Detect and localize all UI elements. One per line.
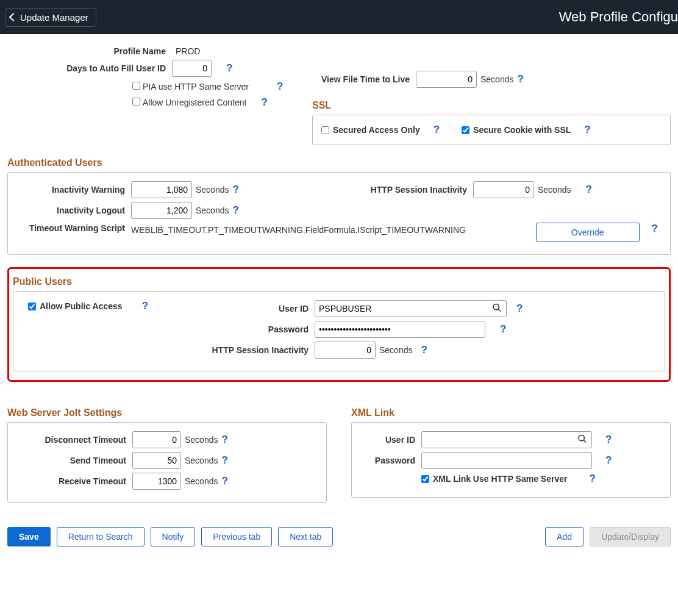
xml-password-input[interactable] (421, 452, 592, 469)
return-search-button[interactable]: Return to Search (57, 527, 145, 546)
public-userid-label: User ID (199, 304, 315, 313)
back-label: Update Manager (20, 12, 88, 23)
svg-point-0 (493, 304, 499, 310)
seconds-unit: Seconds (192, 206, 229, 215)
timeout-script-label: Timeout Warning Script (16, 223, 131, 234)
xml-userid-label: User ID (360, 435, 421, 445)
xml-title: XML Link (351, 407, 671, 418)
help-icon[interactable]: ? (648, 223, 662, 235)
xml-http-same-label: XML Link Use HTTP Same Server (433, 474, 567, 484)
pia-http-checkbox[interactable] (132, 82, 140, 90)
allow-unreg-checkbox[interactable] (132, 98, 140, 106)
pia-http-label: PIA use HTTP Same Server (140, 82, 249, 91)
receive-input[interactable] (132, 473, 181, 490)
jolt-box: Disconnect Timeout Seconds ? Send Timeou… (7, 422, 327, 503)
help-icon[interactable]: ? (223, 62, 236, 74)
help-icon[interactable]: ? (229, 184, 242, 196)
view-file-ttl-label: View File Time to Live (312, 74, 416, 84)
disconnect-input[interactable] (132, 431, 181, 448)
page-title: Web Profile Configu (559, 9, 678, 25)
auth-box: Inactivity Warning Seconds ? Inactivity … (7, 172, 671, 255)
help-icon[interactable]: ? (513, 73, 527, 85)
help-icon[interactable]: ? (582, 184, 595, 196)
help-icon[interactable]: ? (602, 434, 615, 446)
public-userid-input[interactable] (315, 300, 507, 317)
allow-unreg-label: Allow Unregistered Content (140, 98, 246, 107)
help-icon[interactable]: ? (513, 303, 526, 315)
help-icon[interactable]: ? (229, 204, 242, 217)
svg-line-3 (583, 440, 586, 443)
add-button[interactable]: Add (545, 527, 583, 546)
xml-password-label: Password (360, 456, 421, 465)
previous-tab-button[interactable]: Previous tab (201, 527, 272, 546)
timeout-script-value: WEBLIB_TIMEOUT.PT_TIMEOUTWARNING.FieldFo… (131, 223, 536, 235)
seconds-unit: Seconds (181, 476, 218, 486)
http-sess-input[interactable] (473, 181, 534, 198)
seconds-unit: Seconds (192, 185, 229, 195)
days-autofill-label: Days to Auto Fill User ID (7, 63, 172, 73)
public-password-input[interactable] (315, 321, 485, 338)
days-autofill-input[interactable] (172, 60, 212, 77)
search-icon[interactable] (492, 303, 502, 315)
public-box: Allow Public Access ? User ID ? (13, 291, 665, 371)
svg-point-2 (579, 435, 584, 441)
xml-userid-input[interactable] (421, 431, 592, 448)
help-icon[interactable]: ? (138, 300, 152, 312)
seconds-unit: Seconds (477, 74, 513, 84)
svg-line-1 (498, 309, 501, 312)
public-title: Public Users (13, 276, 665, 287)
profile-name-label: Profile Name (7, 46, 172, 56)
save-button[interactable]: Save (7, 527, 51, 546)
help-icon[interactable]: ? (218, 434, 231, 446)
public-password-label: Password (199, 324, 315, 334)
footer-bar: Save Return to Search Notify Previous ta… (7, 527, 671, 553)
override-button[interactable]: Override (536, 223, 640, 242)
allow-public-checkbox[interactable] (28, 303, 36, 310)
http-sess-label: HTTP Session Inactivity (351, 185, 473, 195)
help-icon[interactable]: ? (218, 454, 231, 467)
seconds-unit: Seconds (181, 435, 218, 445)
xml-box: User ID ? Password ? (351, 422, 671, 498)
help-icon[interactable]: ? (257, 96, 271, 109)
help-icon[interactable]: ? (496, 323, 510, 335)
send-label: Send Timeout (16, 456, 132, 465)
secure-cookie-label: Secure Cookie with SSL (473, 125, 571, 135)
public-http-sess-label: HTTP Session Inactivity (199, 345, 315, 355)
public-http-sess-input[interactable] (315, 342, 376, 359)
chevron-left-icon (9, 13, 18, 21)
inact-logout-input[interactable] (131, 202, 192, 219)
seconds-unit: Seconds (181, 456, 218, 465)
jolt-title: Web Server Jolt Settings (7, 407, 327, 418)
public-users-highlight: Public Users Allow Public Access ? User … (7, 267, 671, 382)
disconnect-label: Disconnect Timeout (16, 435, 132, 445)
xml-http-same-checkbox[interactable] (421, 475, 429, 483)
notify-button[interactable]: Notify (151, 527, 196, 546)
allow-public-label: Allow Public Access (40, 301, 123, 311)
secured-access-label: Secured Access Only (333, 125, 420, 135)
auth-title: Authenticated Users (7, 157, 671, 168)
back-button[interactable]: Update Manager (5, 8, 96, 27)
help-icon[interactable]: ? (602, 454, 615, 467)
help-icon[interactable]: ? (417, 344, 430, 356)
help-icon[interactable]: ? (273, 81, 287, 93)
receive-label: Receive Timeout (16, 476, 132, 486)
send-input[interactable] (132, 452, 181, 469)
help-icon[interactable]: ? (430, 124, 443, 136)
header-bar: Update Manager Web Profile Configu (0, 0, 678, 34)
secure-cookie-checkbox[interactable] (462, 126, 469, 134)
help-icon[interactable]: ? (218, 475, 231, 487)
search-icon[interactable] (577, 434, 587, 446)
help-icon[interactable]: ? (580, 124, 594, 136)
update-display-button[interactable]: Update/Display (590, 527, 671, 546)
profile-name-value: PROD (172, 46, 200, 56)
inact-warn-input[interactable] (131, 181, 192, 198)
secured-access-checkbox[interactable] (321, 126, 329, 134)
seconds-unit: Seconds (376, 345, 412, 355)
view-file-ttl-input[interactable] (416, 71, 477, 88)
inact-warn-label: Inactivity Warning (16, 185, 131, 195)
inact-logout-label: Inactivity Logout (16, 206, 131, 215)
help-icon[interactable]: ? (585, 473, 599, 485)
ssl-title: SSL (312, 100, 671, 111)
next-tab-button[interactable]: Next tab (278, 527, 333, 546)
seconds-unit: Seconds (534, 185, 571, 195)
